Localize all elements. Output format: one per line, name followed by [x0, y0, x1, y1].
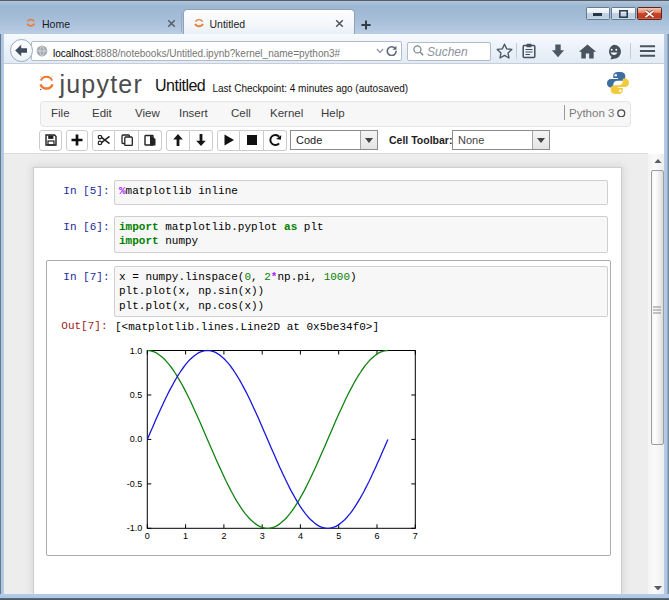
svg-text:-0.5: -0.5: [127, 479, 143, 489]
svg-text:1: 1: [183, 531, 188, 541]
svg-text:7: 7: [413, 531, 418, 541]
svg-text:5: 5: [336, 531, 341, 541]
svg-text:-1.0: -1.0: [127, 523, 143, 533]
svg-text:0: 0: [145, 531, 150, 541]
svg-text:0.0: 0.0: [130, 434, 143, 444]
svg-text:0.5: 0.5: [130, 390, 143, 400]
svg-text:3: 3: [260, 531, 265, 541]
svg-text:4: 4: [298, 531, 303, 541]
svg-text:2: 2: [221, 531, 226, 541]
svg-text:1.0: 1.0: [130, 346, 143, 356]
svg-text:6: 6: [374, 531, 379, 541]
